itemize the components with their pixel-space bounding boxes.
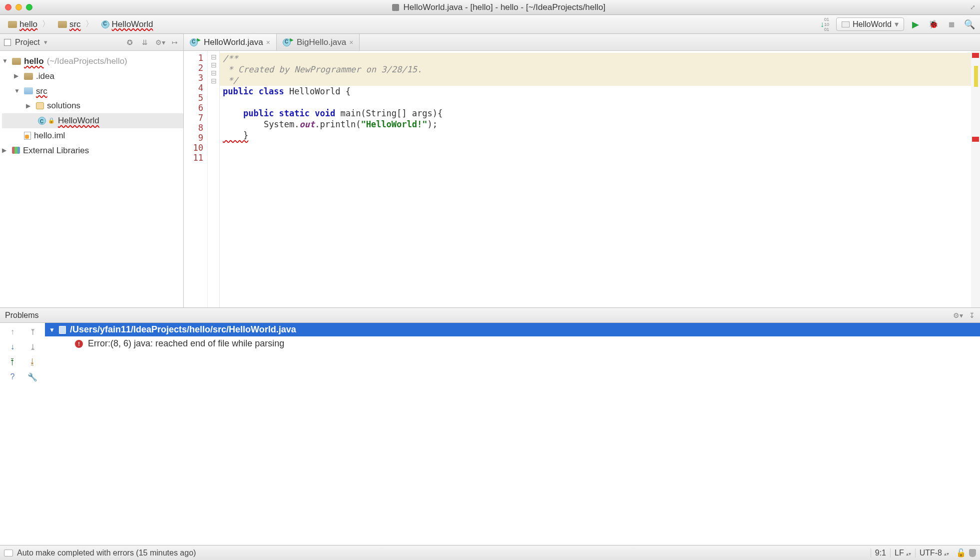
problems-file-path: /Users/yfain11/IdeaProjects/hello/src/He…	[70, 324, 296, 334]
chevron-down-icon[interactable]: ▾	[44, 38, 47, 46]
warning-marker[interactable]	[974, 66, 978, 87]
tree-root[interactable]: ▼ hello (~/IdeaProjects/hello)	[2, 54, 183, 69]
code-content[interactable]: /** * Created by NewProgrammer on 3/28/1…	[220, 51, 971, 307]
breadcrumb-label: src	[69, 19, 81, 29]
tree-solutions[interactable]: ▶ solutions	[2, 98, 183, 113]
module-folder-icon	[12, 58, 21, 65]
source-folder-icon	[24, 87, 33, 94]
class-icon	[283, 38, 291, 46]
close-icon[interactable]: ×	[349, 38, 353, 46]
minimize-window-icon[interactable]	[15, 4, 22, 10]
status-icon[interactable]	[4, 550, 13, 557]
class-icon	[101, 20, 109, 28]
play-icon: ▶	[912, 19, 919, 30]
problems-toolbar: ↑ ⤒ ↓ ⤓ ⭱ ⭳ ? 🔧	[0, 323, 45, 545]
error-stripe[interactable]	[971, 51, 980, 307]
search-icon: 🔍	[964, 19, 975, 30]
breadcrumb-helloworld[interactable]: HelloWorld	[97, 19, 162, 29]
package-icon	[36, 102, 44, 109]
tree-src[interactable]: ▼ src	[2, 84, 183, 99]
run-config-label: HelloWorld	[853, 20, 892, 29]
hide-icon[interactable]: ↦	[170, 38, 179, 46]
problems-title: Problems	[5, 311, 39, 320]
problems-panel: Problems ⚙▾ ↧ ↑ ⤒ ↓ ⤓ ⭱ ⭳ ? 🔧	[0, 307, 980, 545]
line-separator[interactable]: LF▴▾	[890, 549, 915, 558]
project-panel-title: Project	[15, 38, 40, 47]
zoom-window-icon[interactable]	[26, 4, 32, 10]
export-icon[interactable]: ⭱	[7, 357, 18, 367]
file-encoding[interactable]: UTF-8▴▾	[915, 549, 953, 558]
help-icon[interactable]: ?	[7, 372, 18, 382]
expand-icon[interactable]: ▶	[26, 101, 33, 111]
tree-label: HelloWorld	[58, 113, 99, 128]
tree-label: solutions	[47, 98, 80, 113]
tree-helloworld[interactable]: 🔒 HelloWorld	[2, 113, 183, 128]
line-number-gutter: 1 2 3 4 5 6 7 8 9 10 11	[184, 51, 208, 307]
gear-icon[interactable]: ⚙▾	[155, 38, 164, 46]
debug-button[interactable]: 🐞	[927, 18, 940, 30]
structure-button[interactable]: ▦	[945, 18, 958, 30]
problems-content: ▼ /Users/yfain11/IdeaProjects/hello/src/…	[45, 323, 980, 545]
tab-label: HelloWorld.java	[204, 37, 263, 47]
window-title: HelloWorld.java - [hello] - hello - [~/I…	[32, 2, 965, 12]
expand-down-icon[interactable]: ⤓	[27, 342, 38, 352]
tree-iml[interactable]: hello.iml	[2, 128, 183, 143]
run-configuration-selector[interactable]: HelloWorld ▾	[836, 17, 904, 31]
class-icon	[190, 38, 198, 46]
expand-icon[interactable]: ▼	[2, 56, 9, 66]
problems-panel-header[interactable]: Problems ⚙▾ ↧	[0, 308, 980, 323]
error-marker[interactable]	[972, 53, 979, 58]
tree-label: External Libraries	[23, 143, 89, 158]
status-message: Auto make completed with errors (15 minu…	[17, 549, 196, 558]
collapse-icon[interactable]: ⇊	[140, 38, 149, 46]
close-icon[interactable]: ×	[266, 38, 270, 46]
tree-label: .idea	[36, 69, 54, 84]
gear-icon[interactable]: ⚙▾	[953, 311, 963, 319]
expand-icon[interactable]: ▼	[14, 86, 21, 96]
locate-icon[interactable]: ✪	[125, 38, 134, 46]
breadcrumb-label: HelloWorld	[112, 19, 153, 29]
fullscreen-icon[interactable]: ⤢	[965, 3, 980, 11]
tab-label: BigHello.java	[297, 37, 346, 47]
project-panel-header[interactable]: Project ▾ ✪ ⇊ ⚙▾ ↦	[0, 34, 183, 51]
tree-external-libraries[interactable]: ▶ External Libraries	[2, 143, 183, 158]
breadcrumb: hello src HelloWorld	[4, 19, 818, 29]
settings-icon[interactable]: 🔧	[27, 372, 38, 382]
editor-area: ▶ HelloWorld.java × ▶ BigHello.java × 1 …	[184, 34, 980, 307]
libraries-icon	[12, 147, 20, 154]
tab-bighello[interactable]: ▶ BigHello.java ×	[277, 34, 360, 50]
navigation-bar: hello src HelloWorld ↓011001 HelloWorld …	[0, 15, 980, 34]
class-icon	[38, 117, 46, 125]
caret-position[interactable]: 9:1	[871, 549, 890, 558]
editor-body[interactable]: 1 2 3 4 5 6 7 8 9 10 11 ⊟ ⊟ ⊟ ⊟	[184, 51, 980, 307]
breadcrumb-src[interactable]: src	[54, 19, 97, 29]
folder-icon	[8, 21, 17, 28]
expand-icon[interactable]: ▶	[2, 145, 9, 156]
update-button[interactable]: ↓011001	[818, 18, 831, 30]
fold-gutter: ⊟ ⊟ ⊟ ⊟	[208, 51, 220, 307]
titlebar: HelloWorld.java - [hello] - hello - [~/I…	[0, 0, 980, 15]
expand-icon[interactable]: ▶	[14, 71, 21, 81]
tree-label: src	[36, 84, 47, 99]
folder-icon	[24, 73, 33, 80]
download-icon[interactable]: ⭳	[27, 357, 38, 367]
editor-tabs: ▶ HelloWorld.java × ▶ BigHello.java ×	[184, 34, 980, 51]
expand-up-icon[interactable]: ⤒	[27, 327, 38, 337]
run-button[interactable]: ▶	[909, 18, 922, 30]
hector-icon[interactable]	[969, 549, 976, 557]
problems-file-row[interactable]: ▼ /Users/yfain11/IdeaProjects/hello/src/…	[45, 323, 980, 336]
project-icon	[4, 39, 11, 46]
search-everywhere-button[interactable]: 🔍	[963, 18, 976, 30]
breadcrumb-hello[interactable]: hello	[4, 19, 54, 29]
project-panel: Project ▾ ✪ ⇊ ⚙▾ ↦ ▼ hello (~/IdeaProjec…	[0, 34, 184, 307]
hide-icon[interactable]: ↧	[969, 311, 975, 319]
readonly-icon[interactable]: 🔓	[956, 548, 966, 558]
tab-helloworld[interactable]: ▶ HelloWorld.java ×	[184, 34, 277, 50]
tree-idea[interactable]: ▶ .idea	[2, 69, 183, 84]
problems-error-row[interactable]: ! Error:(8, 6) java: reached end of file…	[45, 336, 980, 351]
prev-error-icon[interactable]: ↑	[7, 327, 18, 337]
error-marker[interactable]	[972, 137, 979, 142]
expand-icon[interactable]: ▼	[49, 326, 55, 333]
close-window-icon[interactable]	[5, 4, 11, 10]
next-error-icon[interactable]: ↓	[7, 342, 18, 352]
